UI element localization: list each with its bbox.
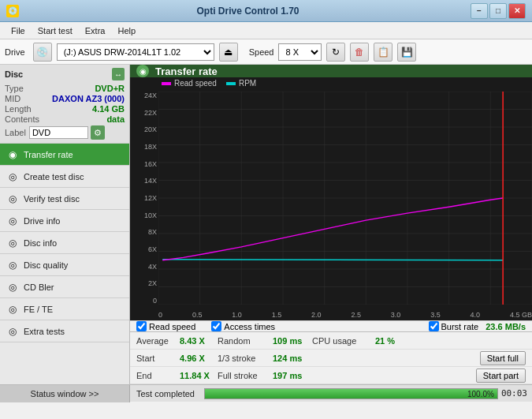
- rpm-color: [226, 82, 236, 85]
- erase-button[interactable]: 🗑: [350, 43, 369, 62]
- read-speed-checkbox[interactable]: [136, 321, 147, 331]
- disc-info-icon: ◎: [6, 237, 19, 249]
- fe-te-icon: ◎: [6, 303, 19, 316]
- access-times-checkbox-label: Access times: [224, 322, 275, 331]
- read-speed-checkbox-label: Read speed: [149, 322, 195, 331]
- read-speed-legend-label: Read speed: [174, 79, 217, 88]
- disc-length-key: Length: [5, 104, 32, 114]
- start-key: Start: [136, 354, 180, 363]
- maximize-button[interactable]: □: [489, 3, 507, 19]
- nav-extra-tests[interactable]: ◎ Extra tests: [0, 320, 129, 342]
- disc-contents-val: data: [106, 114, 125, 124]
- nav-cd-bler[interactable]: ◎ CD Bler: [0, 276, 129, 298]
- checkboxes-row: Read speed Access times Burst rate 23.6 …: [130, 320, 532, 331]
- create-test-disc-icon: ◎: [6, 170, 19, 183]
- stroke2-key: Full stroke: [218, 371, 273, 380]
- title-bar: 💿 Opti Drive Control 1.70 − □ ✕: [0, 0, 532, 22]
- progress-bar: [205, 389, 497, 398]
- drive-icon-button[interactable]: 💿: [33, 43, 52, 62]
- sidebar: Disc ↔ Type DVD+R MID DAXON AZ3 (000) Le…: [0, 65, 130, 384]
- refresh-button[interactable]: ↻: [326, 43, 345, 62]
- read-speed-checkbox-item: Read speed: [136, 321, 195, 331]
- extra-tests-icon: ◎: [6, 325, 19, 338]
- chart-title: Transfer rate: [155, 65, 218, 77]
- menu-help[interactable]: Help: [111, 24, 142, 37]
- status-window-button[interactable]: Status window >>: [0, 385, 130, 402]
- drive-label: Drive: [5, 47, 25, 57]
- drive-info-icon: ◎: [6, 215, 19, 227]
- legend-read-speed: Read speed: [162, 79, 217, 88]
- average-key: Average: [136, 336, 180, 346]
- nav-create-test-disc[interactable]: ◎ Create test disc: [0, 166, 129, 188]
- chart-icon: ◉: [136, 65, 149, 77]
- copy-button[interactable]: 📋: [374, 43, 392, 62]
- read-speed-color: [162, 82, 171, 85]
- average-val: 8.43 X: [180, 336, 218, 346]
- burst-rate-checkbox[interactable]: [429, 321, 439, 331]
- end-key: End: [136, 371, 180, 380]
- menu-extra[interactable]: Extra: [79, 24, 112, 37]
- close-button[interactable]: ✕: [508, 3, 526, 19]
- burst-rate-item: Burst rate 23.6 MB/s: [429, 321, 526, 331]
- start-part-button[interactable]: Start part: [476, 368, 526, 383]
- nav-fe-te[interactable]: ◎ FE / TE: [0, 298, 129, 320]
- disc-section: Disc ↔ Type DVD+R MID DAXON AZ3 (000) Le…: [0, 65, 129, 144]
- random-key: Random: [218, 336, 273, 346]
- status-text: Test completed: [130, 389, 201, 398]
- app-title: Opti Drive Control 1.70: [25, 6, 471, 17]
- minimize-button[interactable]: −: [471, 3, 488, 19]
- drive-select[interactable]: (J:) ASUS DRW-2014L1T 1.02: [57, 43, 214, 61]
- cpu-val: 21 %: [375, 336, 407, 346]
- disc-quality-icon: ◎: [6, 259, 19, 271]
- transfer-rate-icon: ◉: [6, 148, 19, 161]
- disc-contents-key: Contents: [5, 114, 39, 124]
- menu-bar: File Start test Extra Help: [0, 22, 532, 39]
- disc-mid-key: MID: [5, 94, 20, 103]
- time-display: 00:03: [501, 388, 532, 398]
- progress-label: 100.0%: [467, 389, 494, 400]
- rpm-legend-label: RPM: [239, 79, 256, 88]
- burst-rate-value: 23.6 MB/s: [485, 322, 526, 331]
- access-times-checkbox[interactable]: [211, 321, 221, 331]
- chart-header: ◉ Transfer rate: [130, 65, 532, 77]
- disc-label-input[interactable]: [29, 126, 88, 139]
- stats-row-start: Start 4.96 X 1/3 stroke 124 ms Start ful…: [130, 350, 532, 367]
- disc-arrow-button[interactable]: ↔: [112, 68, 125, 80]
- nav-transfer-rate[interactable]: ◉ Transfer rate: [0, 144, 129, 166]
- disc-length-val: 4.14 GB: [92, 104, 125, 114]
- label-gear-button[interactable]: ⚙: [91, 125, 105, 140]
- stats-section: Average 8.43 X Random 109 ms CPU usage 2…: [130, 331, 532, 384]
- nav-verify-test-disc[interactable]: ◎ Verify test disc: [0, 188, 129, 210]
- start-full-button[interactable]: Start full: [480, 351, 526, 365]
- disc-type-val: DVD+R: [95, 84, 125, 93]
- window-controls: − □ ✕: [471, 3, 526, 19]
- progress-container: 100.0%: [204, 388, 498, 399]
- menu-start-test[interactable]: Start test: [32, 24, 79, 37]
- eject-button[interactable]: ⏏: [219, 43, 238, 62]
- cpu-key: CPU usage: [312, 336, 375, 346]
- stats-row-average: Average 8.43 X Random 109 ms CPU usage 2…: [130, 332, 532, 350]
- cd-bler-icon: ◎: [6, 281, 19, 294]
- drive-bar: Drive 💿 (J:) ASUS DRW-2014L1T 1.02 ⏏ Spe…: [0, 39, 532, 65]
- save-button[interactable]: 💾: [397, 43, 416, 62]
- app-icon: 💿: [6, 5, 19, 17]
- nav-disc-quality[interactable]: ◎ Disc quality: [0, 254, 129, 276]
- nav-drive-info[interactable]: ◎ Drive info: [0, 210, 129, 232]
- main-area: Disc ↔ Type DVD+R MID DAXON AZ3 (000) Le…: [0, 65, 532, 384]
- stroke2-val: 197 ms: [273, 371, 312, 380]
- access-times-checkbox-item: Access times: [211, 321, 275, 331]
- stroke1-key: 1/3 stroke: [218, 354, 273, 363]
- end-val: 11.84 X: [180, 371, 218, 380]
- disc-title: Disc: [5, 69, 23, 79]
- status-bar: Status window >> Test completed 100.0% 0…: [0, 384, 532, 402]
- menu-file[interactable]: File: [5, 24, 32, 37]
- transfer-rate-chart: [158, 92, 532, 305]
- verify-test-disc-icon: ◎: [6, 193, 19, 205]
- nav-disc-info[interactable]: ◎ Disc info: [0, 232, 129, 254]
- speed-label: Speed: [249, 47, 274, 57]
- speed-select[interactable]: 8 X: [278, 43, 322, 61]
- stroke1-val: 124 ms: [273, 354, 312, 363]
- random-val: 109 ms: [273, 336, 312, 346]
- stats-row-end: End 11.84 X Full stroke 197 ms Start par…: [130, 367, 532, 384]
- legend-rpm: RPM: [226, 79, 256, 88]
